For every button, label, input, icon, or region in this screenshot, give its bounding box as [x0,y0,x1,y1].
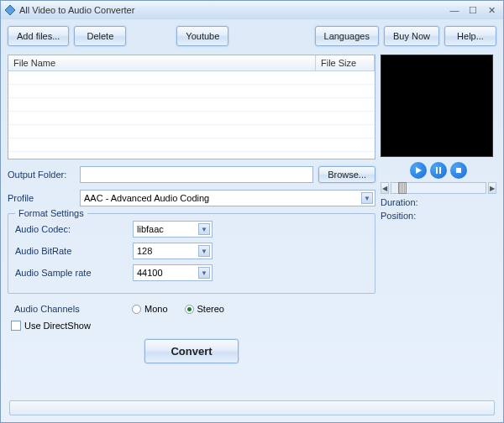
maximize-button[interactable]: ☐ [465,3,481,17]
radio-icon [132,305,141,314]
right-column: ◀ ▶ Duration: Position: [381,55,496,363]
svg-marker-1 [416,167,422,174]
seek-slider[interactable] [391,182,486,194]
channels-radio-group: Mono Stereo [132,304,224,314]
audio-codec-row: Audio Codec: libfaac ▼ [15,221,368,238]
svg-marker-0 [5,5,15,15]
pause-icon [435,167,442,174]
column-header-filesize[interactable]: File Size [316,55,375,70]
window-controls: — ☐ ✕ [446,3,500,17]
top-toolbar: Add files... Delete Youtube Languages Bu… [8,26,496,46]
app-icon [4,4,16,16]
seek-left-button[interactable]: ◀ [381,182,389,194]
audio-sample-label: Audio Sample rate [15,268,133,278]
profile-value: AAC - Advanced Audio Coding [84,193,209,203]
duration-label: Duration: [381,197,496,207]
seek-right-button[interactable]: ▶ [488,182,496,194]
progress-bar [9,400,495,415]
audio-channels-label: Audio Channels [14,304,132,314]
chevron-down-icon: ▼ [198,267,210,279]
languages-button[interactable]: Languages [315,26,379,46]
table-row [8,125,375,138]
column-header-filename[interactable]: File Name [8,55,316,70]
audio-bitrate-label: Audio BitRate [15,246,133,256]
pause-button[interactable] [430,162,447,179]
svg-rect-4 [456,168,461,173]
play-icon [415,167,422,174]
close-button[interactable]: ✕ [483,3,500,17]
delete-button[interactable]: Delete [74,26,126,46]
window-title: All Video to Audio Converter [19,5,446,15]
video-preview [381,55,493,157]
audio-bitrate-value: 128 [137,246,152,256]
titlebar: All Video to Audio Converter — ☐ ✕ [1,1,503,19]
main-content: Add files... Delete Youtube Languages Bu… [1,19,503,370]
svg-rect-3 [439,167,441,174]
stop-button[interactable] [450,162,467,179]
audio-sample-row: Audio Sample rate 44100 ▼ [15,264,368,281]
audio-codec-label: Audio Codec: [15,224,133,234]
audio-codec-select[interactable]: libfaac ▼ [133,221,213,238]
convert-row: Convert [8,339,375,363]
app-window: All Video to Audio Converter — ☐ ✕ Add f… [0,0,504,423]
output-folder-input[interactable] [80,166,313,183]
add-files-button[interactable]: Add files... [8,26,69,46]
format-settings-group: Format Settings Audio Codec: libfaac ▼ A… [8,213,375,294]
directshow-row: Use DirectShow [11,321,375,331]
audio-bitrate-select[interactable]: 128 ▼ [133,243,213,259]
mono-label: Mono [144,304,168,314]
table-header: File Name File Size [8,55,375,71]
table-row [8,98,375,112]
file-table[interactable]: File Name File Size [8,55,375,159]
profile-select[interactable]: AAC - Advanced Audio Coding ▼ [80,190,375,206]
audio-sample-value: 44100 [137,268,163,278]
stereo-radio[interactable]: Stereo [185,304,224,314]
table-row [8,85,375,98]
browse-button[interactable]: Browse... [318,166,375,183]
chevron-down-icon: ▼ [361,192,373,204]
stereo-label: Stereo [197,304,224,314]
help-button[interactable]: Help... [444,26,496,46]
youtube-button[interactable]: Youtube [176,26,228,46]
minimize-button[interactable]: — [446,3,463,17]
seek-thumb[interactable] [398,182,407,194]
table-row [8,138,375,152]
audio-bitrate-row: Audio BitRate 128 ▼ [15,243,368,259]
audio-channels-row: Audio Channels Mono Stereo [14,304,375,314]
directshow-label: Use DirectShow [24,321,91,331]
table-body [8,71,375,152]
audio-sample-select[interactable]: 44100 ▼ [133,264,213,281]
output-folder-row: Output Folder: Browse... [8,166,375,183]
format-settings-legend: Format Settings [15,208,87,218]
svg-rect-2 [436,167,438,174]
stop-icon [455,167,462,174]
radio-icon [185,305,194,314]
radio-dot-icon [187,307,192,311]
play-button[interactable] [410,162,427,179]
audio-codec-value: libfaac [137,224,164,234]
media-controls [381,162,496,179]
profile-label: Profile [8,193,75,203]
output-folder-label: Output Folder: [8,170,75,180]
left-column: File Name File Size Output Folder: [8,55,375,363]
profile-row: Profile AAC - Advanced Audio Coding ▼ [8,190,375,206]
position-label: Position: [381,211,496,221]
table-row [8,71,375,85]
directshow-checkbox[interactable] [11,321,21,331]
buy-now-button[interactable]: Buy Now [384,26,439,46]
convert-button[interactable]: Convert [144,339,238,363]
table-row [8,112,375,125]
seek-slider-row: ◀ ▶ [381,182,496,194]
chevron-down-icon: ▼ [198,245,210,257]
mono-radio[interactable]: Mono [132,304,168,314]
chevron-down-icon: ▼ [198,223,210,235]
content-row: File Name File Size Output Folder: [8,55,496,363]
